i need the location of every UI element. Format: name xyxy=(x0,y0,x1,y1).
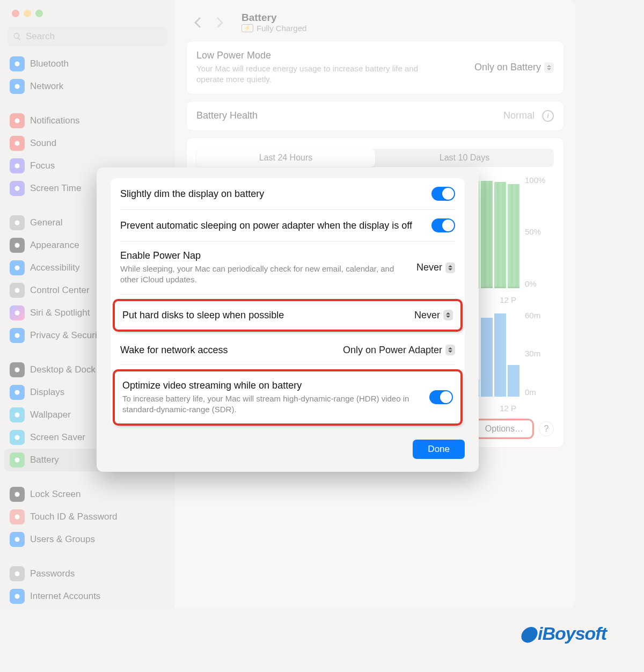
sidebar-item-notifications[interactable]: Notifications xyxy=(4,109,171,132)
option-row-1: Prevent automatic sleeping on power adap… xyxy=(120,210,455,242)
hourglass-icon xyxy=(10,181,25,196)
access-icon xyxy=(10,260,25,275)
svg-point-6 xyxy=(15,221,20,225)
siri-icon xyxy=(10,305,25,320)
option-title: Wake for network access xyxy=(120,345,334,356)
appearance-icon xyxy=(10,238,25,253)
sidebar-item-label: Lock Screen xyxy=(30,489,81,500)
sidebar-item-label: Users & Groups xyxy=(30,534,95,545)
sidebar-item-label: Control Center xyxy=(30,285,90,296)
info-icon[interactable]: i xyxy=(542,110,554,122)
search-placeholder: Search xyxy=(26,31,55,42)
svg-point-3 xyxy=(15,141,20,146)
at-icon xyxy=(10,589,25,604)
option-row-2: Enable Power NapWhile sleeping, your Mac… xyxy=(120,242,455,295)
toggle-switch[interactable] xyxy=(429,390,453,404)
sidebar-item-label: Accessibility xyxy=(30,262,80,273)
bluetooth-icon xyxy=(10,56,25,71)
sidebar-item-label: Internet Accounts xyxy=(30,591,100,602)
svg-point-2 xyxy=(15,119,20,123)
sidebar-item-label: Appearance xyxy=(30,240,79,251)
sidebar-item-label: Network xyxy=(30,81,63,92)
option-title: Prevent automatic sleeping on power adap… xyxy=(120,220,423,231)
battery-options-sheet: Slightly dim the display on batteryPreve… xyxy=(97,167,479,472)
option-selector[interactable]: Only on Power Adapter xyxy=(343,345,455,356)
key-icon xyxy=(10,566,25,581)
sun-icon xyxy=(10,385,25,400)
sound-icon xyxy=(10,136,25,151)
svg-point-12 xyxy=(15,368,20,372)
screen-icon xyxy=(10,430,25,445)
sidebar-item-label: Siri & Spotlight xyxy=(30,308,90,318)
sidebar-item-label: Desktop & Dock xyxy=(30,364,96,375)
sidebar-item-sound[interactable]: Sound xyxy=(4,132,171,155)
flower-icon xyxy=(10,407,25,422)
battery-health-title: Battery Health xyxy=(196,110,258,121)
sidebar-item-label: Notifications xyxy=(30,115,80,126)
globe-icon xyxy=(10,79,25,94)
option-title: Enable Power Nap xyxy=(120,250,408,261)
watermark: ⬤iBoysoft xyxy=(520,623,606,644)
svg-point-8 xyxy=(15,266,20,271)
sidebar-item-label: Battery xyxy=(30,455,59,465)
sidebar-item-users-groups[interactable]: Users & Groups xyxy=(4,528,171,551)
svg-point-7 xyxy=(15,243,20,248)
sidebar-item-label: Bluetooth xyxy=(30,59,69,69)
sidebar-item-passwords[interactable]: Passwords xyxy=(4,563,171,585)
sidebar-item-label: Screen Time xyxy=(30,183,81,194)
sidebar-item-bluetooth[interactable]: Bluetooth xyxy=(4,53,171,75)
svg-point-21 xyxy=(15,594,20,599)
sidebar-item-network[interactable]: Network xyxy=(4,75,171,98)
battery-icon xyxy=(10,452,25,468)
battery-health-value: Normal xyxy=(503,110,535,121)
sidebar-item-internet-accounts[interactable]: Internet Accounts xyxy=(4,585,171,608)
sidebar-item-label: Passwords xyxy=(30,568,75,579)
window-controls xyxy=(0,6,175,27)
low-power-selector[interactable]: Only on Battery xyxy=(474,62,554,73)
gear-icon xyxy=(10,215,25,230)
svg-point-5 xyxy=(15,186,20,191)
forward-button[interactable] xyxy=(213,15,228,30)
lock-icon xyxy=(10,487,25,502)
toggle-switch[interactable] xyxy=(431,187,455,201)
option-selector[interactable]: Never xyxy=(414,310,453,321)
svg-point-13 xyxy=(15,390,20,395)
minimize-window-button[interactable] xyxy=(24,10,31,17)
svg-point-17 xyxy=(15,492,20,497)
svg-point-20 xyxy=(15,572,20,576)
sidebar-item-label: Privacy & Security xyxy=(30,330,104,341)
svg-point-1 xyxy=(15,84,20,89)
close-window-button[interactable] xyxy=(12,10,19,17)
option-row-5: Optimize video streaming while on batter… xyxy=(121,377,454,419)
sidebar-item-touch-id-password[interactable]: Touch ID & Password xyxy=(4,506,171,528)
svg-point-4 xyxy=(15,164,20,169)
sidebar-item-lock-screen[interactable]: Lock Screen xyxy=(4,483,171,506)
options-button[interactable]: Options… xyxy=(476,420,532,437)
segment-24h[interactable]: Last 24 Hours xyxy=(196,149,375,167)
sliders-icon xyxy=(10,283,25,298)
battery-status-text: Fully Charged xyxy=(257,24,306,33)
option-title: Slightly dim the display on battery xyxy=(120,188,423,200)
option-desc: While sleeping, your Mac can periodicall… xyxy=(120,264,408,286)
back-button[interactable] xyxy=(190,15,205,30)
sidebar-item-label: Touch ID & Password xyxy=(30,512,118,522)
sidebar-item-label: Displays xyxy=(30,387,64,398)
svg-point-18 xyxy=(15,515,20,520)
search-input[interactable]: Search xyxy=(8,27,167,46)
option-desc: To increase battery life, your Mac will … xyxy=(122,393,421,415)
svg-point-0 xyxy=(15,62,20,67)
option-title: Optimize video streaming while on batter… xyxy=(122,380,421,391)
option-selector[interactable]: Never xyxy=(416,262,455,273)
help-button[interactable]: ? xyxy=(539,421,554,436)
time-range-segments[interactable]: Last 24 Hours Last 10 Days xyxy=(196,149,554,167)
low-power-title: Low Power Mode xyxy=(196,50,433,61)
bell-icon xyxy=(10,113,25,128)
moon-icon xyxy=(10,158,25,173)
svg-point-14 xyxy=(15,413,20,418)
sidebar-item-label: Wallpaper xyxy=(30,410,71,420)
segment-10d[interactable]: Last 10 Days xyxy=(375,149,554,167)
toggle-switch[interactable] xyxy=(431,218,455,232)
sidebar-item-label: General xyxy=(30,217,62,228)
done-button[interactable]: Done xyxy=(413,440,465,459)
zoom-window-button[interactable] xyxy=(35,10,43,17)
